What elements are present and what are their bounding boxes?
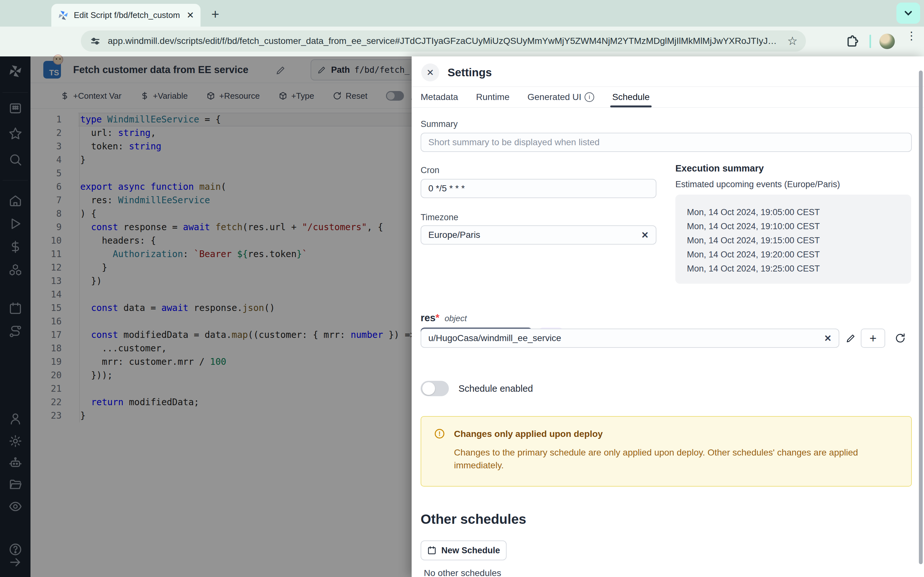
tab-search-button[interactable] <box>897 3 920 24</box>
tab-schedule[interactable]: Schedule <box>612 87 650 107</box>
upcoming-event: Mon, 14 Oct 2024, 19:25:00 CEST <box>687 264 820 274</box>
other-schedules-heading: Other schedules <box>421 512 526 527</box>
execution-summary-heading: Execution summary <box>675 163 764 174</box>
edit-resource-pencil-icon[interactable] <box>845 333 856 343</box>
cron-label: Cron <box>421 165 439 175</box>
upcoming-events-box: Mon, 14 Oct 2024, 19:05:00 CEST Mon, 14 … <box>675 195 911 284</box>
clear-timezone-icon[interactable]: ✕ <box>641 230 649 240</box>
refresh-resource-icon[interactable] <box>895 333 906 343</box>
profile-avatar[interactable] <box>879 34 895 49</box>
resource-input[interactable]: u/HugoCasa/windmill_ee_service ✕ <box>421 329 839 348</box>
drawer-title: Settings <box>447 66 492 79</box>
timezone-label: Timezone <box>421 213 459 222</box>
drawer-backdrop[interactable] <box>0 56 412 577</box>
tab-close-icon[interactable]: ✕ <box>187 10 194 21</box>
summary-label: Summary <box>421 119 458 129</box>
drawer-scrollbar[interactable] <box>919 71 923 564</box>
extensions-icon[interactable] <box>845 34 859 49</box>
close-drawer-button[interactable]: ✕ <box>421 63 439 81</box>
close-icon: ✕ <box>426 67 434 78</box>
warning-icon: ! <box>435 429 444 438</box>
tab-metadata[interactable]: Metadata <box>421 87 458 107</box>
no-other-schedules-text: No other schedules <box>424 568 501 577</box>
timezone-input[interactable]: Europe/Paris ✕ <box>421 226 656 245</box>
browser-tab[interactable]: Edit Script f/bd/fetch_custom ✕ <box>51 4 200 27</box>
warning-title: Changes only applied upon deploy <box>454 429 603 439</box>
warning-body: Changes to the primary schedule are only… <box>454 446 890 472</box>
resource-value: u/HugoCasa/windmill_ee_service <box>428 333 561 343</box>
bookmark-star-icon[interactable]: ☆ <box>787 34 798 48</box>
schedule-enabled-row: Schedule enabled <box>421 381 533 396</box>
clear-resource-icon[interactable]: ✕ <box>824 333 832 343</box>
tab-generated-ui[interactable]: Generated UI i <box>527 87 594 107</box>
new-schedule-button[interactable]: New Schedule <box>421 540 507 560</box>
execution-summary-subheading: Estimated upcoming events (Europe/Paris) <box>675 179 840 189</box>
upcoming-event: Mon, 14 Oct 2024, 19:20:00 CEST <box>687 250 820 259</box>
upcoming-event: Mon, 14 Oct 2024, 19:05:00 CEST <box>687 207 820 218</box>
cron-value: 0 */5 * * * <box>428 183 465 193</box>
tab-runtime[interactable]: Runtime <box>476 87 509 107</box>
browser-tab-strip: Edit Script f/bd/fetch_custom ✕ + <box>0 0 924 27</box>
url-bar[interactable]: app.windmill.dev/scripts/edit/f/bd/fetch… <box>81 31 806 52</box>
calendar-icon <box>427 546 437 555</box>
schedule-enabled-label: Schedule enabled <box>459 384 533 394</box>
tab-title: Edit Script f/bd/fetch_custom <box>74 10 180 20</box>
browser-menu-icon[interactable]: ⋮ <box>906 33 917 39</box>
cron-input[interactable]: 0 */5 * * * <box>421 179 656 198</box>
summary-placeholder: Short summary to be displayed when liste… <box>428 137 599 147</box>
chevron-down-icon <box>903 7 914 19</box>
schedule-enabled-toggle[interactable] <box>421 381 449 396</box>
settings-tabs: Metadata Runtime Generated UI i Schedule <box>412 87 924 108</box>
resource-arg-label: res*object <box>421 312 467 324</box>
upcoming-event: Mon, 14 Oct 2024, 19:15:00 CEST <box>687 235 820 245</box>
deploy-warning-box: ! Changes only applied upon deploy Chang… <box>421 416 912 487</box>
settings-drawer: ✕ Settings Metadata Runtime Generated UI… <box>412 56 924 577</box>
timezone-value: Europe/Paris <box>428 230 480 240</box>
summary-input[interactable]: Short summary to be displayed when liste… <box>421 133 912 152</box>
url-text[interactable]: app.windmill.dev/scripts/edit/f/bd/fetch… <box>108 36 783 46</box>
windmill-favicon-icon <box>58 10 69 21</box>
site-settings-icon[interactable] <box>89 35 102 47</box>
required-asterisk: * <box>436 312 439 324</box>
upcoming-event: Mon, 14 Oct 2024, 19:10:00 CEST <box>687 221 820 231</box>
resource-arg-type: object <box>445 314 467 323</box>
screen: Edit Script f/bd/fetch_custom ✕ + app.wi… <box>0 0 924 577</box>
info-icon: i <box>585 92 594 102</box>
add-resource-button[interactable]: + <box>861 329 885 348</box>
toolbar-separator <box>869 35 871 48</box>
new-tab-button[interactable]: + <box>208 7 223 22</box>
